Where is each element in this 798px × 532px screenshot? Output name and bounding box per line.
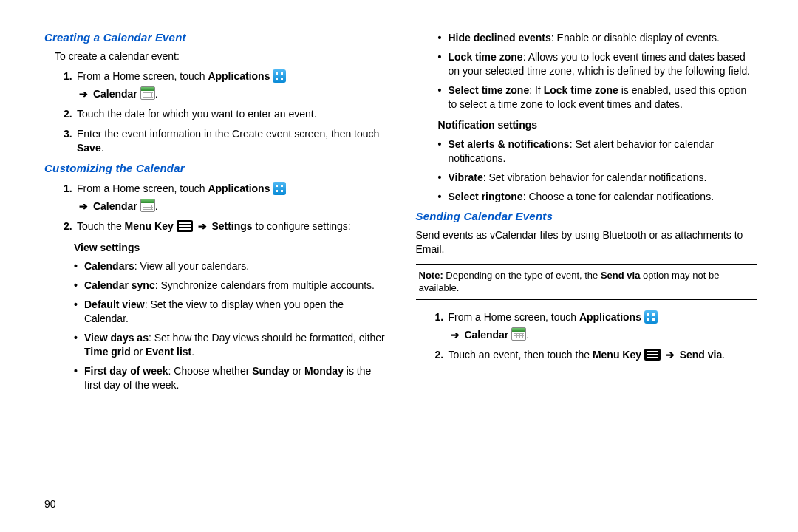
list-item: Set alerts & notifications: Set alert be…: [438, 137, 758, 166]
list-item: Select time zone: If Lock time zone is e…: [438, 83, 758, 112]
step-1: From a Home screen, touch Applications ➔…: [64, 69, 386, 101]
list-item: First day of week: Choose whether Sunday…: [74, 364, 386, 392]
list-item: Vibrate: Set vibration behavior for cale…: [438, 171, 758, 185]
calendar-icon: [511, 327, 526, 341]
applications-icon: [273, 182, 286, 195]
heading-customizing: Customizing the Calendar: [44, 161, 386, 176]
list-item: Select ringtone: Choose a tone for calen…: [438, 190, 758, 204]
arrow-icon: ➔: [666, 348, 675, 362]
manual-page: Creating a Calendar Event To create a ca…: [0, 0, 798, 532]
heading-sending: Sending Calendar Events: [416, 209, 758, 224]
cust-step-1: From a Home screen, touch Applications ➔…: [64, 182, 386, 214]
page-number: 90: [44, 497, 56, 511]
steps-sending: From a Home screen, touch Applications ➔…: [416, 310, 758, 362]
sending-intro: Send events as vCalendar files by using …: [416, 228, 758, 256]
applications-icon: [273, 69, 286, 83]
list-item: Hide declined events: Enable or disable …: [438, 31, 758, 45]
heading-creating-event: Creating a Calendar Event: [44, 30, 386, 45]
menu-key-icon: [177, 220, 193, 232]
calendar-icon: [140, 86, 155, 100]
calendar-icon: [140, 199, 155, 212]
steps-customizing: From a Home screen, touch Applications ➔…: [44, 182, 386, 233]
steps-creating: From a Home screen, touch Applications ➔…: [44, 69, 386, 154]
menu-key-icon: [644, 349, 661, 361]
list-item: Calendar sync: Synchronize calendars fro…: [74, 279, 386, 293]
view-settings-list-cont: Hide declined events: Enable or disable …: [438, 31, 758, 111]
arrow-icon: ➔: [79, 200, 88, 214]
view-settings-list: Calendars: View all your calendars. Cale…: [74, 259, 386, 392]
list-item: View days as: Set how the Day views shou…: [74, 331, 386, 359]
list-item: Lock time zone: Allows you to lock event…: [438, 50, 758, 78]
left-column: Creating a Calendar Event To create a ca…: [44, 26, 405, 517]
step-2: Touch the date for which you want to ent…: [64, 107, 386, 121]
subhead-notification: Notification settings: [438, 118, 758, 132]
list-item: Default view: Set the view to display wh…: [74, 298, 386, 326]
applications-icon: [644, 310, 658, 324]
lead-text: To create a calendar event:: [55, 50, 386, 64]
subhead-view-settings: View settings: [74, 241, 386, 255]
notification-list: Set alerts & notifications: Set alert be…: [438, 137, 758, 204]
arrow-icon: ➔: [198, 219, 207, 233]
send-step-1: From a Home screen, touch Applications ➔…: [435, 310, 758, 342]
cust-step-2: Touch the Menu Key ➔ Settings to configu…: [64, 219, 386, 233]
note-box: Note: Depending on the type of event, th…: [416, 264, 758, 300]
step-3: Enter the event information in the Creat…: [64, 127, 386, 155]
send-step-2: Touch an event, then touch the Menu Key …: [435, 348, 758, 362]
right-column: Hide declined events: Enable or disable …: [405, 26, 765, 517]
list-item: Calendars: View all your calendars.: [74, 259, 386, 273]
arrow-icon: ➔: [451, 328, 460, 342]
arrow-icon: ➔: [79, 87, 88, 101]
